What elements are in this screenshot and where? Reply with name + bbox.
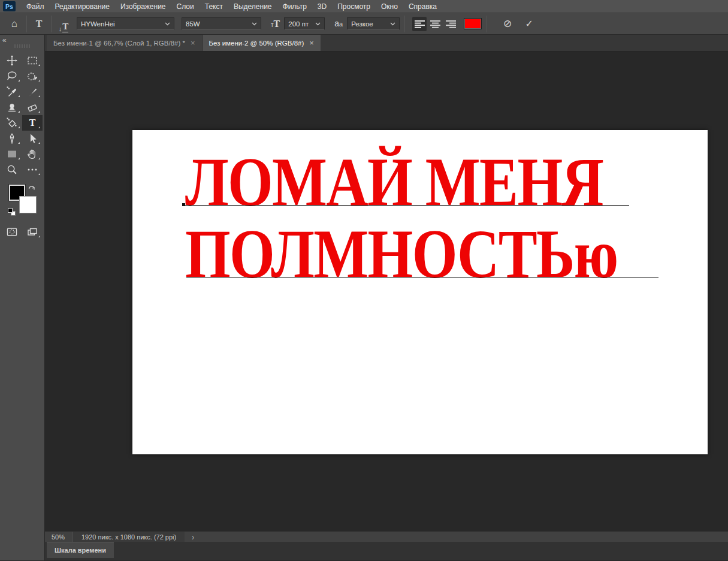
anti-alias-select[interactable]: Резкое — [347, 17, 400, 30]
font-style-value: 85W — [186, 20, 200, 28]
text-line-1: ЛОМАЙ МЕНЯ — [185, 144, 603, 221]
rectangle-icon — [6, 148, 18, 160]
swap-colors-icon[interactable] — [28, 183, 36, 191]
type-tool[interactable]: T — [22, 115, 43, 131]
more-tools-icon — [26, 164, 38, 176]
document-tab-label: Без имени-2 @ 50% (RGB/8#) — [209, 40, 304, 47]
collapse-toolbar-button[interactable]: « — [0, 35, 44, 43]
font-family-select[interactable]: HYWenHei — [77, 17, 174, 30]
align-right-button[interactable] — [443, 17, 458, 31]
menu-item-layers[interactable]: Слои — [171, 0, 200, 13]
zoom-tool[interactable] — [2, 162, 22, 177]
home-button[interactable]: ⌂ — [7, 16, 22, 32]
divider — [51, 16, 52, 32]
eraser-icon — [26, 101, 38, 113]
tool-preset-picker[interactable]: T — [32, 16, 46, 32]
marquee-icon — [26, 55, 38, 67]
document-info: 1920 пикс. x 1080 пикс. (72 ppi) — [73, 532, 185, 542]
text-layer[interactable]: ЛОМАЙ МЕНЯПОЛМНОСТЬю — [185, 146, 618, 290]
menu-item-select[interactable]: Выделение — [228, 0, 277, 13]
cancel-edits-button[interactable]: ⊘ — [500, 16, 515, 32]
text-color-swatch[interactable] — [464, 18, 482, 29]
default-colors-icon[interactable] — [8, 208, 16, 216]
chevron-down-icon — [252, 22, 257, 26]
eraser-tool[interactable] — [22, 99, 43, 115]
text-line-2: ПОЛМНОСТЬю — [185, 216, 618, 292]
screen-mode-button[interactable] — [22, 224, 43, 240]
brush-icon — [26, 86, 38, 98]
document-tab-bar: Без имени-1 @ 66,7% (Слой 1, RGB/8#) * ×… — [45, 35, 728, 52]
edit-toolbar-button[interactable] — [22, 162, 43, 177]
text-anchor-handle[interactable] — [182, 203, 185, 206]
font-size-icon: тT — [271, 20, 280, 28]
canvas[interactable]: ЛОМАЙ МЕНЯПОЛМНОСТЬю — [132, 130, 708, 454]
font-size-select[interactable]: 200 пт — [284, 17, 325, 30]
brush-tool[interactable] — [22, 84, 43, 99]
magnifier-icon — [6, 164, 18, 176]
align-left-button[interactable] — [412, 17, 427, 31]
move-tool[interactable] — [2, 53, 22, 68]
text-orientation-button[interactable]: ↓ T — [56, 16, 71, 32]
anti-alias-value: Резкое — [351, 20, 373, 28]
document-tab-label: Без имени-1 @ 66,7% (Слой 1, RGB/8#) * — [53, 40, 185, 47]
menu-item-type[interactable]: Текст — [200, 0, 228, 13]
commit-edits-button[interactable]: ✓ — [522, 16, 536, 32]
menu-bar: Ps Файл Редактирование Изображение Слои … — [0, 0, 728, 13]
timeline-tab[interactable]: Шкала времени — [47, 542, 114, 558]
document-tab-1[interactable]: Без имени-1 @ 66,7% (Слой 1, RGB/8#) * × — [47, 35, 203, 51]
align-center-icon — [430, 20, 440, 28]
text-orientation-icon: ↓ — [59, 25, 62, 32]
type-tool-preset-icon: T — [36, 19, 43, 29]
menu-item-image[interactable]: Изображение — [115, 0, 171, 13]
quick-mask-icon — [6, 226, 18, 238]
menu-item-filter[interactable]: Фильтр — [277, 0, 312, 13]
home-icon: ⌂ — [11, 18, 17, 30]
close-icon[interactable]: × — [309, 38, 314, 47]
background-color-swatch[interactable] — [19, 196, 37, 213]
type-tool-icon: T — [29, 117, 36, 128]
text-baseline-1 — [184, 205, 629, 206]
document-tab-2[interactable]: Без имени-2 @ 50% (RGB/8#) × — [203, 35, 321, 51]
document-viewport[interactable]: ЛОМАЙ МЕНЯПОЛМНОСТЬю — [45, 52, 728, 531]
tools-panel: « — [0, 35, 45, 560]
status-chevron-icon[interactable]: › — [185, 532, 201, 541]
font-size-value: 200 пт — [288, 20, 309, 28]
quick-mask-button[interactable] — [2, 224, 22, 240]
pen-tool[interactable] — [2, 131, 22, 146]
eyedropper-tool[interactable] — [2, 84, 22, 99]
menu-item-help[interactable]: Справка — [403, 0, 442, 13]
pen-icon — [6, 132, 18, 144]
clone-stamp-tool[interactable] — [2, 99, 22, 115]
rectangular-marquee-tool[interactable] — [22, 53, 43, 68]
paint-bucket-tool[interactable] — [2, 115, 22, 131]
rectangle-tool[interactable] — [2, 146, 22, 162]
move-icon — [6, 55, 18, 67]
hand-tool[interactable] — [22, 146, 43, 162]
screen-mode-icon — [26, 226, 38, 238]
lasso-tool[interactable] — [2, 68, 22, 84]
object-selection-icon — [26, 70, 38, 82]
menu-item-window[interactable]: Окно — [376, 0, 403, 13]
panel-grip[interactable] — [14, 44, 30, 48]
object-selection-tool[interactable] — [22, 68, 43, 84]
zoom-level-field[interactable]: 50% — [45, 533, 73, 541]
chevron-down-icon — [390, 22, 395, 26]
close-icon[interactable]: × — [191, 38, 195, 47]
paint-bucket-icon — [6, 117, 18, 129]
divider — [26, 16, 27, 32]
menu-item-edit[interactable]: Редактирование — [50, 0, 115, 13]
chevron-down-icon — [165, 22, 170, 26]
direct-selection-tool[interactable] — [22, 131, 43, 146]
menu-item-view[interactable]: Просмотр — [332, 0, 376, 13]
align-left-icon — [415, 20, 425, 28]
menu-item-3d[interactable]: 3D — [312, 0, 332, 13]
hand-icon — [26, 148, 38, 160]
font-family-value: HYWenHei — [81, 20, 115, 28]
text-baseline-2 — [186, 277, 658, 278]
align-center-button[interactable] — [428, 17, 442, 31]
menu-item-file[interactable]: Файл — [21, 0, 50, 13]
divider — [487, 16, 487, 32]
font-style-select[interactable]: 85W — [182, 17, 261, 30]
cancel-icon: ⊘ — [503, 17, 512, 30]
align-right-icon — [446, 20, 456, 28]
